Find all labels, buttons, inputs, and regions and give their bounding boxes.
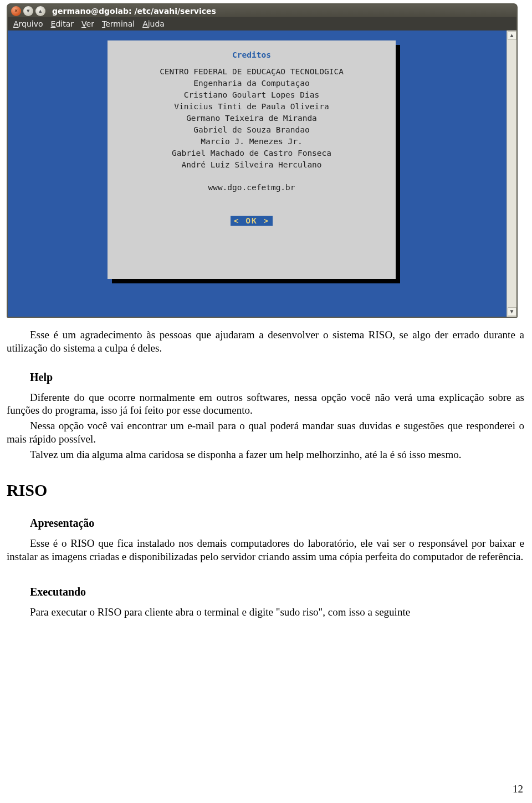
dialog-line: Engenharia da Computaçao	[113, 78, 390, 89]
document-body: Esse é um agradecimento às pessoas que a…	[7, 328, 524, 621]
dialog-url: www.dgo.cefetmg.br	[113, 182, 390, 194]
menu-arquivo[interactable]: Arquivo	[13, 19, 43, 29]
page-number: 12	[513, 783, 523, 795]
dialog-line: CENTRO FEDERAL DE EDUCAÇAO TECNOLOGICA	[113, 66, 390, 78]
dialog-line: Gabriel de Souza Brandao	[113, 124, 390, 136]
menu-editar[interactable]: Editar	[51, 19, 74, 29]
menubar: Arquivo Editar Ver Terminal Ajuda	[8, 17, 516, 31]
scroll-down-icon[interactable]: ▼	[508, 307, 516, 316]
heading-executando: Executando	[30, 585, 524, 599]
paragraph: Diferente do que ocorre normalmente em o…	[7, 391, 524, 418]
menu-ver[interactable]: Ver	[81, 19, 94, 29]
heading-apresentacao: Apresentação	[30, 516, 524, 530]
close-icon[interactable]: ×	[11, 6, 21, 16]
ok-button[interactable]: < OK >	[231, 216, 273, 226]
credits-dialog: Creditos CENTRO FEDERAL DE EDUCAÇAO TECN…	[108, 40, 396, 279]
paragraph: Para executar o RISO para cliente abra o…	[7, 606, 524, 619]
dialog-line: Cristiano Goulart Lopes Dias	[113, 89, 390, 101]
dialog-title: Creditos	[113, 50, 390, 59]
scroll-up-icon[interactable]: ▲	[508, 31, 516, 40]
terminal-body: Creditos CENTRO FEDERAL DE EDUCAÇAO TECN…	[8, 31, 516, 317]
scrollbar[interactable]: ▲ ▼	[507, 31, 516, 317]
menu-ajuda[interactable]: Ajuda	[142, 19, 165, 29]
terminal-window: × ▾ ▴ germano@dgolab: /etc/avahi/service…	[7, 3, 518, 318]
dialog-line: Gabriel Machado de Castro Fonseca	[113, 148, 390, 159]
paragraph: Nessa opção você vai encontrar um e-mail…	[7, 419, 524, 446]
paragraph: Esse é um agradecimento às pessoas que a…	[7, 328, 524, 355]
paragraph: Esse é o RISO que fica instalado nos dem…	[7, 537, 524, 563]
heading-riso: RISO	[7, 480, 524, 501]
window-titlebar: × ▾ ▴ germano@dgolab: /etc/avahi/service…	[8, 4, 516, 17]
heading-help: Help	[30, 370, 524, 384]
dialog-line: Germano Teixeira de Miranda	[113, 113, 390, 124]
dialog-line: André Luiz Silveira Herculano	[113, 159, 390, 171]
window-title: germano@dgolab: /etc/avahi/services	[52, 7, 216, 16]
paragraph: Talvez um dia alguma alma caridosa se di…	[7, 448, 524, 461]
minimize-icon[interactable]: ▾	[23, 6, 33, 16]
menu-terminal[interactable]: Terminal	[102, 19, 135, 29]
maximize-icon[interactable]: ▴	[35, 6, 45, 16]
dialog-line: Vinicius Tinti de Paula Oliveira	[113, 101, 390, 113]
dialog-line: Marcio J. Menezes Jr.	[113, 136, 390, 148]
